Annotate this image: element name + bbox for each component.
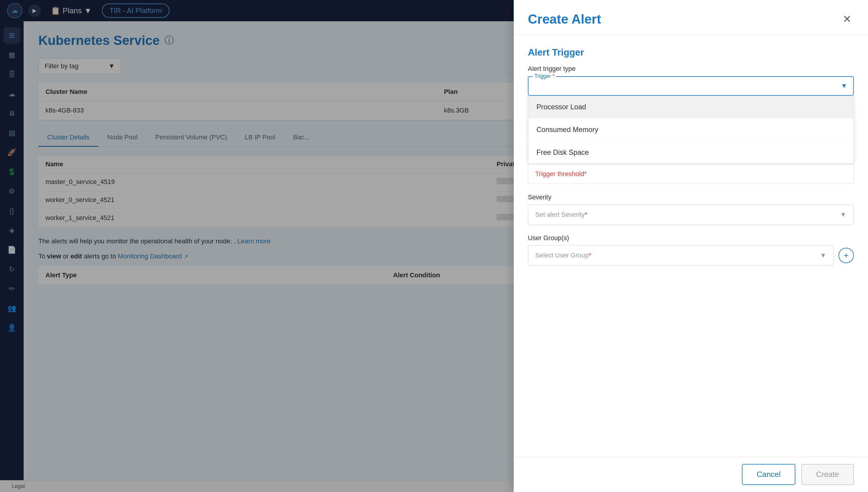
alert-trigger-section-title: Alert Trigger bbox=[528, 47, 854, 58]
trigger-dropdown-menu: Processor Load Consumed Memory Free Disk… bbox=[528, 96, 854, 164]
trigger-dropdown[interactable]: Trigger * ▼ bbox=[528, 76, 854, 96]
severity-chevron-icon: ▼ bbox=[840, 211, 846, 219]
option-consumed-memory[interactable]: Consumed Memory bbox=[528, 118, 853, 141]
severity-placeholder: Set alert Severity* bbox=[535, 211, 587, 219]
cancel-button[interactable]: Cancel bbox=[742, 464, 795, 485]
user-group-row: Select User Group* ▼ + bbox=[528, 245, 854, 266]
user-group-label: User Group(s) bbox=[528, 234, 854, 242]
option-free-disk-space[interactable]: Free Disk Space bbox=[528, 141, 853, 164]
modal-close-button[interactable]: ✕ bbox=[840, 10, 854, 28]
modal-footer: Cancel Create bbox=[514, 457, 868, 492]
trigger-chevron-icon: ▼ bbox=[841, 82, 847, 90]
severity-section: Severity Set alert Severity* ▼ bbox=[528, 193, 854, 225]
trigger-field: Trigger * ▼ Processor Load Consumed Memo… bbox=[528, 76, 854, 184]
user-group-dropdown[interactable]: Select User Group* ▼ bbox=[528, 245, 834, 266]
create-alert-modal: Create Alert ✕ Alert Trigger Alert trigg… bbox=[514, 0, 868, 492]
option-processor-load[interactable]: Processor Load bbox=[528, 96, 853, 118]
add-user-group-button[interactable]: + bbox=[839, 248, 854, 263]
severity-dropdown[interactable]: Set alert Severity* ▼ bbox=[528, 205, 854, 225]
trigger-threshold-field[interactable]: Trigger threshold* bbox=[528, 164, 854, 184]
user-group-chevron-icon: ▼ bbox=[820, 252, 826, 259]
trigger-float-label: Trigger * bbox=[533, 73, 556, 79]
modal-header: Create Alert ✕ bbox=[514, 0, 868, 35]
create-button[interactable]: Create bbox=[801, 464, 854, 485]
alert-trigger-type-label: Alert trigger type bbox=[528, 65, 854, 73]
user-group-section: User Group(s) Select User Group* ▼ + bbox=[528, 234, 854, 266]
user-group-placeholder: Select User Group* bbox=[535, 252, 591, 259]
modal-title: Create Alert bbox=[528, 12, 601, 27]
modal-body: Alert Trigger Alert trigger type Trigger… bbox=[514, 35, 868, 457]
severity-label: Severity bbox=[528, 193, 854, 201]
